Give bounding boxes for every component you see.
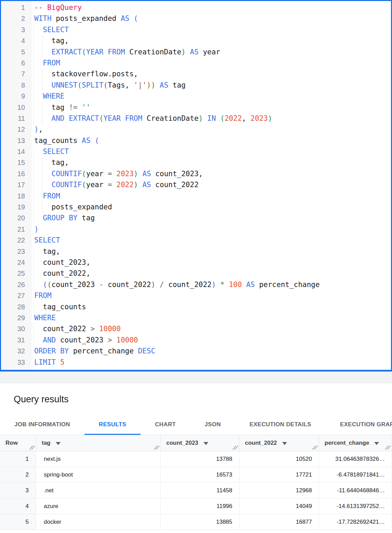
code-line[interactable]: 3 SELECT: [1, 24, 391, 35]
sort-dropdown-icon[interactable]: [374, 442, 379, 445]
code-text: COUNTIF(year = 2022) AS count_2022: [32, 179, 199, 190]
column-header-count_2023[interactable]: count_2023: [161, 435, 239, 451]
code-line[interactable]: 11 AND EXTRACT(YEAR FROM CreationDate) I…: [1, 113, 391, 124]
code-token: [90, 136, 95, 145]
code-line[interactable]: 16 COUNTIF(year = 2023) AS count_2023,: [1, 168, 391, 179]
line-number: 17: [1, 179, 32, 190]
column-header-label: tag: [42, 440, 51, 446]
column-resize-handle-icon[interactable]: [385, 445, 390, 450]
code-line[interactable]: 33LIMIT 5: [1, 357, 391, 368]
line-number: 2: [1, 13, 32, 24]
code-line[interactable]: 28 tag_counts: [1, 301, 391, 312]
panel-divider: [0, 372, 392, 383]
code-line[interactable]: 7 stackoverflow.posts,: [1, 68, 391, 79]
tab-results[interactable]: RESULTS: [84, 414, 141, 435]
tab-chart[interactable]: CHART: [141, 414, 190, 435]
code-line[interactable]: 10 tag != '': [1, 102, 391, 113]
tab-execution-details[interactable]: EXECUTION DETAILS: [235, 414, 326, 435]
code-line[interactable]: 29WHERE: [1, 312, 391, 323]
column-resize-handle-icon[interactable]: [29, 445, 35, 450]
code-line[interactable]: 19 posts_expanded: [1, 202, 391, 212]
line-number: 30: [1, 323, 32, 334]
code-token: count_2022: [103, 281, 151, 289]
code-line[interactable]: 30 count_2022 > 10000: [1, 323, 391, 334]
indent-guide: [34, 257, 34, 268]
code-token: ): [147, 81, 151, 89]
line-number: 9: [1, 91, 32, 102]
code-line[interactable]: 24 count_2023,: [1, 257, 391, 268]
code-line[interactable]: 18 FROM: [1, 191, 391, 202]
indent-guide: [34, 191, 34, 202]
indent-guide: [42, 113, 42, 124]
code-line[interactable]: 15 tag,: [1, 157, 391, 168]
column-header-count_2022[interactable]: count_2022: [239, 435, 319, 451]
code-line[interactable]: 8 UNNEST(SPLIT(Tags, '|')) AS tag: [1, 80, 391, 91]
code-line[interactable]: 5 EXTRACT(YEAR FROM CreationDate) AS yea…: [1, 47, 391, 57]
sort-dropdown-icon[interactable]: [56, 442, 61, 445]
code-line[interactable]: 25 count_2022,: [1, 268, 391, 279]
code-line[interactable]: 21): [1, 224, 391, 235]
column-header-tag[interactable]: tag: [36, 435, 161, 451]
code-line[interactable]: 2WITH posts_expanded AS (: [1, 13, 391, 24]
tab-job-information[interactable]: JOB INFORMATION: [0, 414, 84, 435]
code-line[interactable]: 32ORDER BY percent_change DESC: [1, 346, 391, 356]
code-token: [65, 214, 69, 222]
line-number: 29: [1, 312, 32, 323]
code-line[interactable]: 23 tag,: [1, 246, 391, 257]
code-text: FROM: [32, 57, 60, 68]
code-line[interactable]: 9 WHERE: [1, 91, 391, 102]
sort-dropdown-icon[interactable]: [204, 442, 208, 445]
code-token: [155, 81, 160, 89]
line-number: 23: [1, 246, 32, 257]
code-text: LIMIT 5: [32, 357, 65, 368]
code-token: posts_expanded: [52, 14, 121, 23]
sort-dropdown-icon[interactable]: [282, 442, 287, 445]
code-token: 2023: [250, 114, 268, 122]
column-header-label: count_2023: [166, 440, 198, 446]
indent-guide: [34, 268, 34, 279]
code-token: count_2022: [34, 325, 90, 333]
cell-tag: azure: [36, 498, 161, 514]
code-line[interactable]: 13tag_counts AS (: [1, 135, 391, 146]
column-resize-handle-icon[interactable]: [154, 445, 159, 450]
code-token: SELECT: [43, 26, 69, 34]
code-text: tag,: [32, 246, 60, 257]
code-text: tag != '': [32, 102, 90, 113]
code-token: tag: [34, 103, 69, 112]
code-token: =: [108, 181, 112, 189]
line-number: 19: [1, 202, 32, 212]
indent-guide: [34, 301, 34, 312]
column-header-row[interactable]: Row: [0, 435, 36, 451]
code-line[interactable]: 31 AND count_2023 > 10000: [1, 335, 391, 346]
line-number: 27: [1, 290, 32, 301]
code-token: ): [134, 170, 138, 178]
code-text: UNNEST(SPLIT(Tags, '|')) AS tag: [32, 80, 186, 91]
code-token: 2022: [224, 114, 242, 122]
sql-editor[interactable]: 1-- BigQuery2WITH posts_expanded AS (3 S…: [0, 0, 392, 372]
code-line[interactable]: 14 SELECT: [1, 146, 391, 157]
cell-count_2023: 11996: [161, 498, 239, 514]
code-token: FROM: [125, 114, 143, 122]
code-line[interactable]: 6 FROM: [1, 57, 391, 68]
column-resize-handle-icon[interactable]: [233, 445, 238, 450]
code-line[interactable]: 12),: [1, 124, 391, 135]
code-line[interactable]: 22SELECT: [1, 235, 391, 246]
code-line[interactable]: 1-- BigQuery: [1, 2, 391, 13]
cell-count_2022: 14049: [239, 498, 319, 514]
code-line[interactable]: 27FROM: [1, 290, 391, 301]
cell-percent_change: 31.06463878326…: [319, 451, 392, 467]
tab-execution-graph[interactable]: EXECUTION GRAPH: [326, 414, 392, 435]
indent-guide: [34, 146, 34, 157]
code-line[interactable]: 26 ((count_2023 - count_2022) / count_20…: [1, 279, 391, 290]
cell-percent_change: -17.7282692421…: [319, 514, 392, 530]
code-token: YEAR: [103, 114, 121, 122]
code-line[interactable]: 20 GROUP BY tag: [1, 212, 391, 223]
code-line[interactable]: 4 tag,: [1, 35, 391, 46]
code-token: FROM: [43, 59, 60, 67]
tab-json[interactable]: JSON: [190, 414, 235, 435]
code-token: FROM: [108, 48, 125, 56]
column-header-percent_change[interactable]: percent_change: [319, 435, 392, 451]
indent-guide: [42, 202, 42, 212]
code-line[interactable]: 17 COUNTIF(year = 2022) AS count_2022: [1, 179, 391, 190]
column-resize-handle-icon[interactable]: [312, 445, 317, 450]
